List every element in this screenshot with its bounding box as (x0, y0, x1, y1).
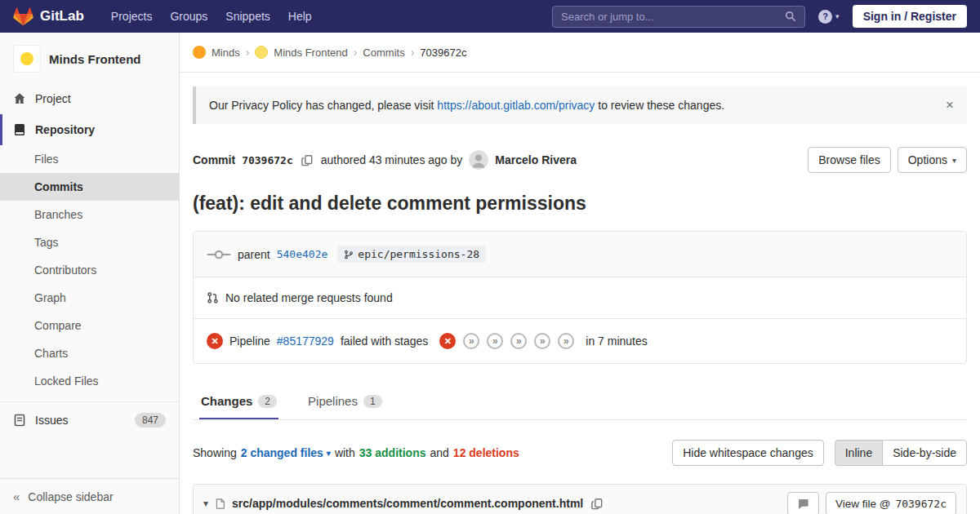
sidebar-item-commits[interactable]: Commits (0, 173, 179, 201)
changed-files-dropdown[interactable]: 2 changed files ▾ (241, 446, 331, 459)
tab-pipelines[interactable]: Pipelines 1 (306, 383, 384, 419)
home-icon (13, 92, 26, 105)
file-icon (215, 498, 225, 510)
pipeline-stage-skipped-icon[interactable]: » (558, 333, 574, 349)
search-input[interactable] (561, 11, 780, 23)
search-box (552, 6, 805, 28)
sidebar-item-charts[interactable]: Charts (0, 339, 179, 367)
sidebar-item-issues[interactable]: Issues 847 (0, 401, 179, 438)
breadcrumb-group[interactable]: Minds (212, 47, 240, 59)
sidebar-item-label: Project (35, 92, 71, 105)
author-name-link[interactable]: Marcelo Rivera (495, 153, 577, 166)
collapse-sidebar-button[interactable]: « Collapse sidebar (0, 478, 179, 514)
pipeline-stage-failed-icon[interactable]: ✕ (439, 333, 456, 349)
gitlab-home-link[interactable]: GitLab (13, 7, 84, 26)
menu-help[interactable]: Help (279, 5, 321, 28)
file-comment-button[interactable] (787, 492, 819, 514)
pipeline-row: ✕ Pipeline #85177929 failed with stages … (194, 318, 966, 363)
parent-label: parent (238, 248, 270, 261)
breadcrumb-commits[interactable]: Commits (363, 47, 404, 59)
privacy-banner-text: Our Privacy Policy has changed, please v… (209, 99, 724, 112)
collapse-file-chevron-icon[interactable]: ▾ (203, 498, 208, 509)
pipeline-stage-skipped-icon[interactable]: » (510, 333, 527, 349)
branch-name: epic/permissions-28 (358, 248, 479, 260)
hide-whitespace-button[interactable]: Hide whitespace changes (672, 440, 824, 466)
file-path: src/app/modules/comments/comment/comment… (232, 497, 583, 510)
project-context[interactable]: Minds Frontend (0, 33, 179, 83)
pipeline-stage-skipped-icon[interactable]: » (487, 333, 503, 349)
project-avatar-icon (255, 46, 268, 59)
branch-icon (344, 249, 354, 260)
main-menu: Projects Groups Snippets Help (102, 5, 321, 28)
chevron-down-icon: ▾ (952, 156, 956, 165)
sidebar-item-repository[interactable]: Repository (0, 114, 179, 145)
sidebar-item-locked-files[interactable]: Locked Files (0, 367, 179, 395)
view-file-label: View file @ (835, 498, 890, 510)
chevron-down-icon: ▾ (327, 449, 331, 458)
collapse-sidebar-label: Collapse sidebar (28, 490, 113, 503)
repository-subnav: Files Commits Branches Tags Contributors… (0, 145, 179, 395)
page-body: Our Privacy Policy has changed, please v… (180, 86, 980, 514)
close-icon[interactable]: × (946, 97, 954, 113)
with-label: with (335, 446, 355, 459)
side-by-side-view-button[interactable]: Side-by-side (882, 440, 967, 466)
sidebar-item-branches[interactable]: Branches (0, 201, 179, 228)
diff-view-toggle: Inline Side-by-side (835, 440, 967, 466)
changed-files-label: 2 changed files (241, 446, 323, 459)
parent-sha-link[interactable]: 540e402e (277, 248, 328, 260)
brand-name: GitLab (40, 8, 84, 24)
tab-pipelines-label: Pipelines (308, 394, 358, 408)
sidebar-item-graph[interactable]: Graph (0, 284, 179, 312)
sidebar-item-label: Issues (35, 414, 68, 427)
pipeline-id-link[interactable]: #85177929 (277, 335, 334, 348)
banner-text-after: to review these changes. (595, 99, 724, 112)
privacy-policy-link[interactable]: https://about.gitlab.com/privacy (437, 99, 595, 112)
options-dropdown[interactable]: Options ▾ (898, 147, 967, 173)
sign-in-button[interactable]: Sign in / Register (853, 5, 967, 28)
authored-text: authored 43 minutes ago by (321, 153, 463, 166)
sidebar-item-files[interactable]: Files (0, 145, 179, 173)
tab-changes-label: Changes (201, 394, 252, 408)
sidebar-item-contributors[interactable]: Contributors (0, 256, 179, 284)
copy-sha-button[interactable] (300, 153, 314, 168)
breadcrumb-project[interactable]: Minds Frontend (274, 47, 347, 59)
breadcrumb-current-sha: 7039672c (420, 47, 466, 59)
banner-text-before: Our Privacy Policy has changed, please v… (209, 99, 437, 112)
sidebar-item-label: Repository (35, 123, 95, 136)
breadcrumb: Minds › Minds Frontend › Commits › 70396… (180, 33, 980, 73)
merge-requests-text: No related merge requests found (225, 291, 393, 304)
repository-icon (13, 123, 26, 136)
sidebar-nav: Project Repository Files Commits Branche… (0, 83, 179, 438)
menu-groups[interactable]: Groups (161, 5, 216, 28)
project-avatar (13, 45, 41, 73)
pipelines-count-badge: 1 (363, 395, 382, 408)
copy-file-path-button[interactable] (590, 496, 604, 512)
pipeline-failed-icon[interactable]: ✕ (207, 333, 223, 349)
deletions-count: 12 deletions (453, 446, 519, 459)
inline-view-button[interactable]: Inline (835, 440, 883, 466)
browse-files-button[interactable]: Browse files (808, 147, 890, 173)
pipeline-status-text: failed with stages (341, 335, 428, 348)
sidebar-item-project[interactable]: Project (0, 83, 179, 114)
branch-ref-label[interactable]: epic/permissions-28 (337, 246, 486, 263)
tab-changes[interactable]: Changes 2 (199, 383, 278, 419)
parent-row: parent 540e402e epic/permissions-28 (194, 232, 966, 277)
file-header: ▾ src/app/modules/comments/comment/comme… (193, 484, 967, 514)
chevron-down-icon: ▾ (835, 12, 840, 20)
menu-projects[interactable]: Projects (102, 5, 162, 28)
pipeline-stage-skipped-icon[interactable]: » (463, 333, 479, 349)
options-label: Options (908, 153, 947, 166)
sidebar-item-tags[interactable]: Tags (0, 228, 179, 256)
pipeline-stage-skipped-icon[interactable]: » (534, 333, 550, 349)
menu-snippets[interactable]: Snippets (216, 5, 278, 28)
help-dropdown[interactable]: ? ▾ (818, 10, 840, 24)
comment-bubble-icon (797, 498, 809, 510)
commit-header: Commit 7039672c authored 43 minutes ago … (193, 147, 967, 173)
search-icon (785, 11, 796, 22)
merge-requests-row: No related merge requests found (194, 277, 966, 318)
view-file-button[interactable]: View file @ 7039672c (826, 492, 956, 514)
sidebar-item-compare[interactable]: Compare (0, 312, 179, 339)
issues-count-badge: 847 (135, 413, 166, 428)
help-icon: ? (818, 10, 832, 24)
author-avatar[interactable] (469, 150, 488, 170)
